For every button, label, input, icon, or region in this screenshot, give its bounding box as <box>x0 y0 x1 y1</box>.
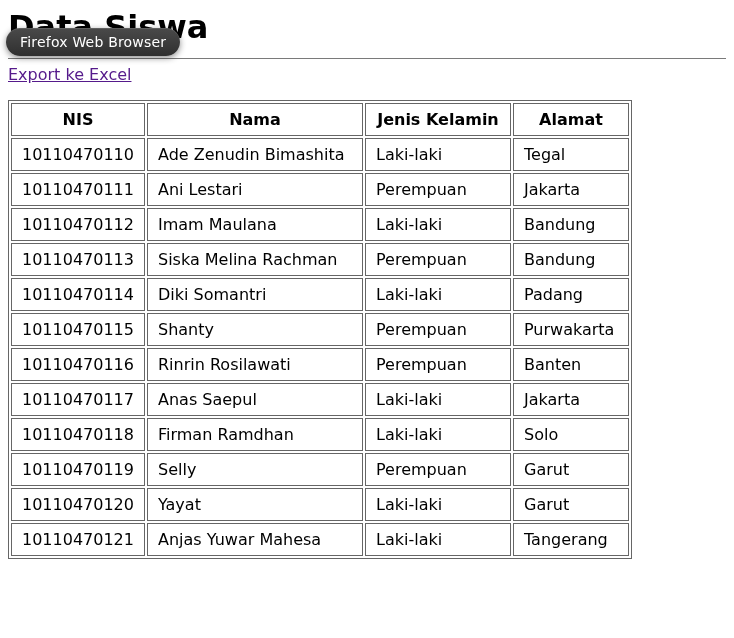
cell-alamat: Padang <box>513 278 629 311</box>
cell-nis: 10110470119 <box>11 453 145 486</box>
cell-nis: 10110470116 <box>11 348 145 381</box>
cell-nama: Imam Maulana <box>147 208 363 241</box>
table-row: 10110470121Anjas Yuwar MahesaLaki-lakiTa… <box>11 523 629 556</box>
table-row: 10110470115ShantyPerempuanPurwakarta <box>11 313 629 346</box>
table-row: 10110470114Diki SomantriLaki-lakiPadang <box>11 278 629 311</box>
cell-nama: Ani Lestari <box>147 173 363 206</box>
browser-tooltip: Firefox Web Browser <box>6 28 180 56</box>
export-excel-link[interactable]: Export ke Excel <box>8 65 131 84</box>
cell-nama: Shanty <box>147 313 363 346</box>
col-header-nama: Nama <box>147 103 363 136</box>
cell-nama: Anjas Yuwar Mahesa <box>147 523 363 556</box>
cell-alamat: Purwakarta <box>513 313 629 346</box>
cell-jk: Laki-laki <box>365 488 511 521</box>
col-header-nis: NIS <box>11 103 145 136</box>
cell-nis: 10110470120 <box>11 488 145 521</box>
cell-nama: Firman Ramdhan <box>147 418 363 451</box>
cell-nis: 10110470117 <box>11 383 145 416</box>
cell-nis: 10110470111 <box>11 173 145 206</box>
cell-nis: 10110470113 <box>11 243 145 276</box>
cell-nis: 10110470118 <box>11 418 145 451</box>
cell-nis: 10110470115 <box>11 313 145 346</box>
cell-nama: Diki Somantri <box>147 278 363 311</box>
table-row: 10110470116Rinrin RosilawatiPerempuanBan… <box>11 348 629 381</box>
cell-alamat: Banten <box>513 348 629 381</box>
table-row: 10110470112Imam MaulanaLaki-lakiBandung <box>11 208 629 241</box>
table-row: 10110470120YayatLaki-lakiGarut <box>11 488 629 521</box>
col-header-alamat: Alamat <box>513 103 629 136</box>
students-table: NIS Nama Jenis Kelamin Alamat 1011047011… <box>8 100 632 559</box>
cell-nama: Ade Zenudin Bimashita <box>147 138 363 171</box>
cell-jk: Perempuan <box>365 243 511 276</box>
divider <box>8 58 726 59</box>
cell-alamat: Garut <box>513 488 629 521</box>
cell-jk: Perempuan <box>365 348 511 381</box>
cell-nama: Selly <box>147 453 363 486</box>
cell-alamat: Tangerang <box>513 523 629 556</box>
col-header-jk: Jenis Kelamin <box>365 103 511 136</box>
table-row: 10110470119SellyPerempuanGarut <box>11 453 629 486</box>
cell-jk: Laki-laki <box>365 523 511 556</box>
table-row: 10110470113Siska Melina RachmanPerempuan… <box>11 243 629 276</box>
cell-jk: Perempuan <box>365 313 511 346</box>
cell-alamat: Tegal <box>513 138 629 171</box>
cell-alamat: Bandung <box>513 243 629 276</box>
cell-alamat: Jakarta <box>513 383 629 416</box>
cell-nama: Yayat <box>147 488 363 521</box>
cell-nis: 10110470110 <box>11 138 145 171</box>
cell-nis: 10110470121 <box>11 523 145 556</box>
cell-alamat: Jakarta <box>513 173 629 206</box>
cell-alamat: Garut <box>513 453 629 486</box>
cell-nis: 10110470114 <box>11 278 145 311</box>
cell-jk: Laki-laki <box>365 138 511 171</box>
cell-nama: Siska Melina Rachman <box>147 243 363 276</box>
table-header-row: NIS Nama Jenis Kelamin Alamat <box>11 103 629 136</box>
cell-nama: Anas Saepul <box>147 383 363 416</box>
cell-jk: Laki-laki <box>365 418 511 451</box>
cell-jk: Laki-laki <box>365 383 511 416</box>
cell-alamat: Bandung <box>513 208 629 241</box>
table-row: 10110470110Ade Zenudin BimashitaLaki-lak… <box>11 138 629 171</box>
cell-jk: Perempuan <box>365 453 511 486</box>
cell-alamat: Solo <box>513 418 629 451</box>
cell-jk: Laki-laki <box>365 278 511 311</box>
table-row: 10110470118Firman RamdhanLaki-lakiSolo <box>11 418 629 451</box>
cell-nama: Rinrin Rosilawati <box>147 348 363 381</box>
cell-jk: Laki-laki <box>365 208 511 241</box>
table-row: 10110470117Anas SaepulLaki-lakiJakarta <box>11 383 629 416</box>
table-row: 10110470111Ani LestariPerempuanJakarta <box>11 173 629 206</box>
cell-nis: 10110470112 <box>11 208 145 241</box>
cell-jk: Perempuan <box>365 173 511 206</box>
